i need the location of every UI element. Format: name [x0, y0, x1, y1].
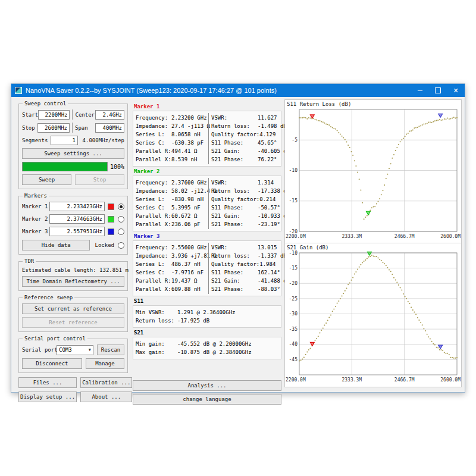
data-label: Quality factor:	[211, 130, 259, 139]
x-tick-label: 2466.7M	[394, 377, 415, 383]
data-value: -45.552 dB @ 2.20000GHz	[177, 340, 252, 348]
data-value: 162.14°	[258, 268, 280, 277]
set-reference-button[interactable]: Set current as reference	[22, 303, 124, 314]
close-button[interactable]: ✕	[447, 84, 465, 97]
stop-input[interactable]	[37, 123, 70, 133]
data-value: -7.9716 nF	[171, 268, 203, 277]
serial-port-select[interactable]: COM3 ▼	[57, 345, 93, 355]
disconnect-button[interactable]: Disconnect	[22, 358, 82, 369]
y-tick-label: -5	[292, 137, 298, 143]
divider	[72, 123, 73, 133]
data-label: Frequency:	[136, 114, 171, 122]
data-row: Parallel X:8.539 nH	[136, 155, 206, 164]
data-row: Return loss:-17.338 dB	[211, 187, 290, 195]
sweep-button[interactable]: Sweep	[22, 174, 71, 185]
data-value: -10.875 dB @ 2.38400GHz	[177, 348, 252, 356]
data-label: Max gain:	[136, 348, 177, 356]
marker-color-swatch	[108, 216, 114, 223]
serial-legend: Serial port control	[23, 336, 87, 342]
data-label: Min gain:	[136, 340, 177, 348]
marker-frequency-input[interactable]	[49, 227, 105, 236]
data-value: -630.38 pF	[171, 139, 203, 147]
data-label: Series C:	[136, 203, 171, 212]
data-value: 236.06 pF	[171, 220, 201, 228]
data-label: Parallel R:	[136, 212, 171, 220]
data-row: S11 Phase:162.14°	[211, 268, 290, 277]
calibration-button[interactable]: Calibration ...	[80, 377, 132, 388]
data-label: S21 Gain:	[211, 212, 258, 220]
data-row: Series C:5.3995 nF	[136, 203, 206, 212]
chart-marker-icon[interactable]	[439, 345, 443, 349]
s21-gain-chart[interactable]: S21 Gain (dB)-10-15-20-25-30-35-40-45220…	[285, 243, 461, 386]
y-tick-label: -15	[289, 198, 298, 203]
about-button[interactable]: About ...	[80, 392, 132, 402]
sweep-control-group: Sweep control Start Center Stop Span	[18, 104, 128, 189]
data-label: S21 Phase:	[211, 155, 258, 164]
data-label: Return loss:	[211, 187, 258, 195]
reset-reference-button[interactable]: Reset reference	[22, 317, 124, 328]
serial-port-group: Serial port control Serial port COM3 ▼ R…	[18, 339, 128, 373]
locked-radio[interactable]	[118, 242, 124, 249]
s21-summary-title: S21	[134, 330, 281, 336]
data-label: Quality factor:	[211, 195, 259, 203]
data-label: S21 Gain:	[211, 147, 258, 155]
analysis-button[interactable]: Analysis ...	[133, 380, 281, 391]
chevron-down-icon: ▼	[89, 347, 91, 352]
manage-button[interactable]: Manage	[86, 358, 124, 369]
data-row: Quality factor:0.214	[211, 195, 290, 203]
serial-port-label: Serial port	[22, 347, 57, 353]
data-value: -830.98 nH	[171, 195, 203, 203]
marker-select-radio[interactable]	[118, 203, 124, 210]
hide-data-button[interactable]: Hide data	[22, 240, 90, 250]
marker-box-title: Marker 2	[134, 168, 281, 174]
stop-label: Stop	[22, 125, 37, 131]
chart-canvas: S11 Return Loss (dB)-5-10-15-202200.0M23…	[285, 100, 461, 243]
marker-frequency-input[interactable]	[49, 202, 105, 211]
files-button[interactable]: Files ...	[18, 377, 77, 388]
data-label: S11 Phase:	[211, 203, 258, 212]
data-row: Return loss:-1.337 dB	[211, 252, 290, 260]
start-input[interactable]	[38, 110, 70, 120]
data-row: Max gain:-10.875 dB @ 2.38400GHz	[136, 348, 278, 356]
data-value: 486.37 nH	[171, 260, 201, 268]
marker-data-box: Frequency:2.55600 GHzImpedance:3.936 +j7…	[133, 240, 281, 296]
data-label: Frequency:	[136, 243, 171, 252]
data-row: S21 Phase:76.22°	[211, 155, 290, 164]
minimize-button[interactable]: ─	[411, 84, 429, 97]
data-label: S21 Phase:	[211, 285, 258, 293]
stop-button[interactable]: Stop	[75, 174, 124, 185]
rescan-button[interactable]: Rescan	[97, 345, 124, 355]
segments-input[interactable]	[51, 136, 78, 145]
chart-marker-icon[interactable]	[310, 115, 314, 118]
s11-return-loss-chart[interactable]: S11 Return Loss (dB)-5-10-15-202200.0M23…	[285, 100, 461, 243]
data-label: Return loss:	[211, 122, 258, 130]
center-input[interactable]	[95, 110, 124, 120]
data-row: Return loss:-17.925 dB	[136, 317, 278, 325]
sweep-settings-button[interactable]: Sweep settings ...	[22, 148, 124, 159]
data-row: S21 Gain:-10.933 dB	[211, 212, 290, 220]
data-label: Min VSWR:	[136, 308, 177, 317]
data-label: S21 Gain:	[211, 277, 258, 285]
data-label: Series C:	[136, 139, 171, 147]
chart-marker-icon[interactable]	[310, 342, 314, 346]
span-input[interactable]	[95, 123, 124, 133]
data-label: Frequency:	[136, 178, 171, 187]
marker-select-radio[interactable]	[118, 216, 124, 223]
marker-color-swatch	[108, 203, 114, 210]
titlebar: NanoVNA Saver 0.2.2--by SYSJOINT (Sweep1…	[11, 84, 465, 97]
tdr-button[interactable]: Time Domain Reflectometry ...	[22, 276, 124, 287]
data-row: Parallel R:60.672 Ω	[136, 212, 206, 220]
data-row: S21 Gain:-41.488 dB	[211, 277, 290, 285]
chart-marker-icon[interactable]	[367, 252, 371, 255]
data-label: Impedance:	[136, 122, 171, 130]
data-label: Parallel X:	[136, 220, 171, 228]
data-label: S11 Phase:	[211, 268, 258, 277]
marker-select-radio[interactable]	[118, 228, 124, 235]
marker-row: Marker 3	[22, 227, 124, 236]
chart-marker-icon[interactable]	[439, 114, 443, 117]
display-setup-button[interactable]: Display setup ...	[18, 392, 77, 402]
change-language-button[interactable]: change language	[133, 394, 281, 405]
chart-marker-icon[interactable]	[366, 211, 370, 215]
maximize-button[interactable]	[429, 84, 447, 97]
marker-frequency-input[interactable]	[49, 214, 105, 224]
